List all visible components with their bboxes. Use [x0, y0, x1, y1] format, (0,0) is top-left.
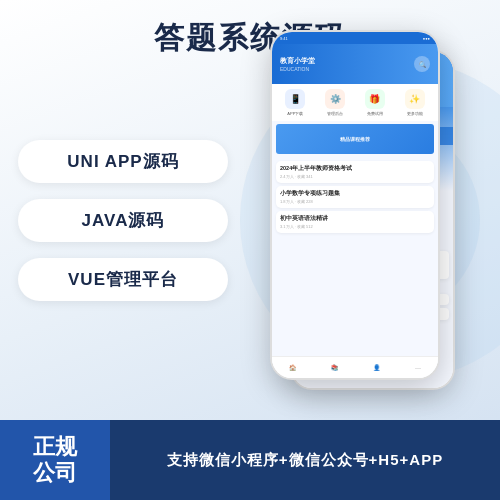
- phone-front-body: 2024年上半年教师资格考试 2.4万人 · 收藏 341 小学数学专项练习题集…: [272, 157, 438, 240]
- phone-front-screen: 9:41 ●●● 教育小学堂 EDUCATION 🔍 📱: [272, 32, 438, 378]
- front-card-1[interactable]: 2024年上半年教师资格考试 2.4万人 · 收藏 341: [276, 161, 434, 183]
- phone-front-header: 教育小学堂 EDUCATION 🔍: [272, 44, 438, 84]
- grid-item-1[interactable]: 📱 APP下载: [277, 89, 314, 116]
- feature-uni[interactable]: UNI APP源码: [18, 140, 228, 183]
- feature-list: UNI APP源码 JAVA源码 VUE管理平台: [18, 140, 228, 301]
- front-card-2[interactable]: 小学数学专项练习题集 1.8万人 · 收藏 228: [276, 186, 434, 208]
- bottom-left-text: 正规 公司: [33, 434, 77, 487]
- bottom-left: 正规 公司: [0, 420, 110, 500]
- bottom-bar: 正规 公司 支持微信小程序+微信公众号+H5+APP: [0, 420, 500, 500]
- banner-image: 精品课程推荐: [276, 124, 434, 154]
- phone-front-header-title: 教育小学堂: [280, 56, 315, 66]
- bottom-support-text: 支持微信小程序+微信公众号+H5+APP: [167, 451, 443, 470]
- phone-front-header-sub: EDUCATION: [280, 66, 315, 72]
- phone-front: 9:41 ●●● 教育小学堂 EDUCATION 🔍 📱: [270, 30, 440, 380]
- grid-item-2[interactable]: ⚙️ 管理后台: [317, 89, 354, 116]
- bottom-nav: 🏠 📚 👤 ⋯: [272, 356, 438, 378]
- phone-area: 种草积分题KNOWLEDGE QUIZ 2024考试备考专区 限时特惠 精品课程…: [270, 30, 490, 420]
- phone-front-grid: 📱 APP下载 ⚙️ 管理后台 🎁 免费试用 ✨ 更多功能: [272, 84, 438, 121]
- grid-item-3[interactable]: 🎁 免费试用: [357, 89, 394, 116]
- bottom-right: 支持微信小程序+微信公众号+H5+APP: [110, 451, 500, 470]
- feature-java[interactable]: JAVA源码: [18, 199, 228, 242]
- main-container: 答题系统源码 UNI APP源码 JAVA源码 VUE管理平台 种草积分题KNO…: [0, 0, 500, 500]
- feature-vue[interactable]: VUE管理平台: [18, 258, 228, 301]
- banner-area: 精品课程推荐: [276, 124, 434, 154]
- front-card-3[interactable]: 初中英语语法精讲 3.1万人 · 收藏 512: [276, 211, 434, 233]
- grid-item-4[interactable]: ✨ 更多功能: [396, 89, 433, 116]
